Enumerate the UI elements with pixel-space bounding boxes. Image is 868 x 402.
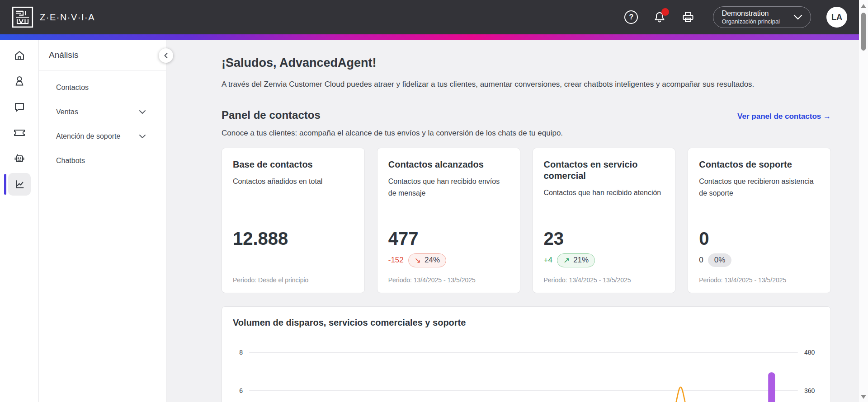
card-period: Periodo: 13/4/2025 - 13/5/2025 bbox=[544, 276, 665, 284]
brand-wordmark: Z·E·N·V·I·A bbox=[40, 12, 95, 23]
trend-down-icon: ↘ bbox=[415, 256, 421, 265]
help-button[interactable]: ? bbox=[624, 10, 638, 24]
gridline-row-bottom: 6 360 bbox=[233, 386, 820, 395]
rail-item-contacts[interactable] bbox=[8, 70, 31, 93]
gridline-row-top: 8 480 bbox=[233, 348, 820, 357]
card-period: Periodo: 13/4/2025 - 13/5/2025 bbox=[699, 276, 820, 284]
organization-selector[interactable]: Demonstration Organización principal bbox=[713, 6, 811, 28]
main-content: ¡Saludos, AdvancedAgent! A través del Ze… bbox=[166, 40, 859, 402]
view-contacts-panel-link[interactable]: Ver panel de contactos → bbox=[737, 112, 831, 121]
icon-rail bbox=[0, 40, 39, 402]
sidebar-item-atencion-soporte[interactable]: Atención de soporte bbox=[39, 124, 166, 149]
analysis-sidebar: Análisis Contactos Ventas Atención de so… bbox=[39, 40, 166, 402]
printer-icon bbox=[681, 10, 695, 24]
sidebar-collapse-button[interactable] bbox=[159, 48, 173, 63]
kpi-cards-row: Base de contactos Contactos añadidos en … bbox=[222, 148, 831, 293]
print-button[interactable] bbox=[681, 10, 695, 24]
top-bar: Z·E·N·V·I·A ? bbox=[0, 0, 859, 34]
brand: Z·E·N·V·I·A bbox=[12, 6, 95, 28]
trend-up-icon: ↗ bbox=[563, 256, 570, 265]
sidebar-item-label: Atención de soporte bbox=[56, 132, 120, 140]
intro-text: A través del Zenvia Customer Cloud puede… bbox=[222, 80, 831, 89]
ticket-icon bbox=[13, 126, 26, 139]
card-delta-row: +4 ↗ 21% bbox=[544, 253, 665, 267]
card-value: 12.888 bbox=[233, 229, 354, 248]
chevron-down-icon bbox=[139, 110, 146, 114]
card-value: 0 bbox=[699, 229, 820, 248]
brand-gradient-bar bbox=[0, 34, 859, 40]
organization-labels: Demonstration Organización principal bbox=[722, 9, 780, 25]
chart-title: Volumen de disparos, servicios comercial… bbox=[222, 318, 830, 328]
rail-item-tickets[interactable] bbox=[8, 122, 31, 144]
panel-header-row: Panel de contactos Ver panel de contacto… bbox=[222, 109, 831, 122]
scroll-up-arrow-icon[interactable] bbox=[861, 4, 866, 8]
trend-percent: 21% bbox=[573, 256, 589, 265]
vertical-scrollbar[interactable] bbox=[859, 0, 868, 402]
chat-bubble-icon bbox=[13, 101, 26, 113]
card-subtitle: Contactos añadidos en total bbox=[233, 176, 354, 187]
trend-percent: 0% bbox=[714, 256, 726, 265]
chevron-down-icon bbox=[139, 134, 146, 139]
sidebar-header: Análisis bbox=[39, 40, 166, 70]
sidebar-item-contactos[interactable]: Contactos bbox=[39, 75, 166, 100]
sidebar-item-label: Ventas bbox=[56, 108, 78, 116]
gridline bbox=[249, 390, 798, 391]
scrollbar-thumb[interactable] bbox=[861, 13, 866, 51]
home-icon bbox=[13, 49, 26, 62]
card-delta-row: -152 ↘ 24% bbox=[388, 253, 509, 267]
panel-subtitle: Conoce a tus clientes: acompaña el alcan… bbox=[222, 129, 831, 138]
sidebar-title: Análisis bbox=[49, 50, 78, 60]
trend-badge: ↘ 24% bbox=[408, 253, 446, 267]
right-axis-tick: 360 bbox=[804, 387, 820, 394]
active-item-indicator bbox=[4, 174, 6, 195]
rail-item-chatbots[interactable] bbox=[8, 147, 31, 170]
robot-icon bbox=[13, 152, 26, 165]
left-axis-tick: 8 bbox=[233, 349, 243, 356]
user-avatar[interactable]: LA bbox=[826, 7, 847, 28]
delta-value: -152 bbox=[388, 256, 404, 265]
delta-value: 0 bbox=[699, 256, 703, 265]
chevron-left-icon bbox=[163, 52, 169, 59]
rail-item-home[interactable] bbox=[8, 44, 31, 67]
card-contactos-alcanzados: Contactos alcanzados Contactos que han r… bbox=[377, 148, 520, 293]
volume-chart-card: Volumen de disparos, servicios comercial… bbox=[222, 306, 831, 402]
card-contactos-de-soporte: Contactos de soporte Contactos que recib… bbox=[688, 148, 831, 293]
sidebar-item-ventas[interactable]: Ventas bbox=[39, 100, 166, 124]
person-icon bbox=[13, 75, 26, 88]
card-title: Contactos de soporte bbox=[699, 159, 820, 170]
card-subtitle: Contactos que recibieron asistencia de s… bbox=[699, 176, 820, 199]
card-subtitle: Contactos que han recibido envíos de men… bbox=[388, 176, 509, 199]
notification-badge-dot bbox=[661, 8, 669, 16]
help-icon: ? bbox=[624, 10, 638, 24]
card-subtitle: Contactos que han recibido atención bbox=[544, 187, 665, 199]
rail-item-conversations[interactable] bbox=[8, 96, 31, 118]
chevron-down-icon bbox=[793, 14, 802, 20]
card-period: Periodo: 13/4/2025 - 13/5/2025 bbox=[388, 276, 509, 284]
trend-percent: 24% bbox=[425, 256, 440, 265]
delta-value: +4 bbox=[544, 256, 552, 265]
card-base-de-contactos: Base de contactos Contactos añadidos en … bbox=[222, 148, 365, 293]
card-title: Contactos alcanzados bbox=[388, 159, 509, 170]
card-value: 23 bbox=[544, 229, 665, 248]
right-axis-tick: 480 bbox=[804, 349, 820, 356]
rail-item-analytics[interactable] bbox=[8, 173, 31, 196]
sidebar-item-label: Chatbots bbox=[56, 157, 85, 165]
sidebar-item-chatbots[interactable]: Chatbots bbox=[39, 149, 166, 173]
organization-name: Demonstration bbox=[722, 9, 780, 18]
sidebar-menu: Contactos Ventas Atención de soporte Cha… bbox=[39, 70, 166, 173]
organization-subtitle: Organización principal bbox=[722, 18, 780, 25]
left-axis-tick: 6 bbox=[233, 387, 243, 394]
line-chart-icon bbox=[13, 178, 26, 191]
topbar-actions: ? Demonstration Organización bbox=[624, 6, 847, 28]
scroll-down-arrow-icon[interactable] bbox=[861, 395, 866, 399]
notifications-button[interactable] bbox=[653, 11, 666, 23]
card-delta-row: 0 0% bbox=[699, 253, 820, 267]
card-title: Contactos en servicio comercial bbox=[544, 159, 665, 182]
trend-badge: 0% bbox=[708, 253, 732, 267]
greeting-heading: ¡Saludos, AdvancedAgent! bbox=[222, 56, 831, 70]
card-value: 477 bbox=[388, 229, 509, 248]
panel-title: Panel de contactos bbox=[222, 109, 321, 122]
gridline bbox=[249, 352, 798, 353]
card-title: Base de contactos bbox=[233, 159, 354, 170]
card-delta-row bbox=[233, 253, 354, 267]
